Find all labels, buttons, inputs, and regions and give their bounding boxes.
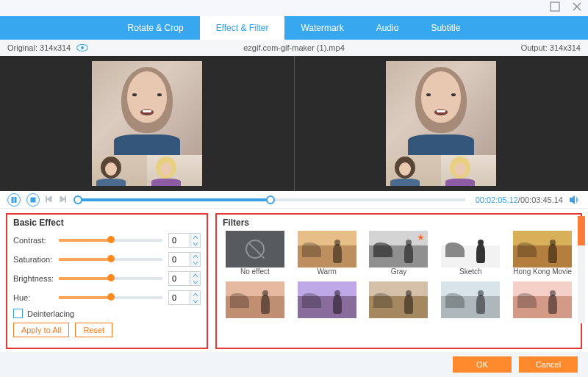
basic-spinner-0[interactable] xyxy=(168,233,201,248)
filter-item[interactable] xyxy=(367,281,431,326)
filter-item[interactable] xyxy=(438,281,503,326)
basic-label: Brightness: xyxy=(13,274,59,283)
svg-rect-3 xyxy=(12,197,13,203)
svg-rect-0 xyxy=(551,2,559,11)
volume-icon[interactable] xyxy=(569,195,581,205)
filter-label xyxy=(470,318,472,326)
minimize-icon[interactable] xyxy=(550,1,560,15)
tab-audio[interactable]: Audio xyxy=(360,16,415,40)
play-button[interactable] xyxy=(7,193,21,207)
basic-effect-title: Basic Effect xyxy=(13,218,201,228)
apply-to-all-button[interactable]: Apply to All xyxy=(13,323,69,337)
filter-label xyxy=(254,318,257,326)
filter-label: Sketch xyxy=(459,268,482,276)
filters-scrollbar[interactable] xyxy=(578,216,585,323)
svg-rect-4 xyxy=(15,197,16,203)
basic-spinner-1[interactable] xyxy=(168,252,201,267)
filters-title: Filters xyxy=(223,218,575,228)
close-icon[interactable] xyxy=(572,1,582,15)
filter-label: Gray xyxy=(391,268,407,276)
filter-label xyxy=(326,318,328,326)
filter-item[interactable]: ★Gray xyxy=(367,231,431,276)
timeline-slider[interactable] xyxy=(76,198,465,201)
svg-marker-10 xyxy=(570,195,575,204)
output-label: Output: 314x314 xyxy=(521,43,581,52)
filter-label: Hong Kong Movie xyxy=(513,268,572,276)
preview-output xyxy=(294,56,589,191)
filename-label: ezgif.com-gif-maker (1).mp4 xyxy=(243,43,345,52)
time-display: 00:02:05.12/00:03:45.14 xyxy=(476,195,563,204)
filter-item[interactable]: No effect xyxy=(223,231,287,276)
basic-slider-0[interactable] xyxy=(59,239,162,242)
filter-item[interactable] xyxy=(510,281,575,326)
prev-button[interactable] xyxy=(46,195,53,204)
basic-spinner-2[interactable] xyxy=(168,271,201,286)
no-effect-icon xyxy=(245,240,265,259)
basic-slider-2[interactable] xyxy=(59,277,162,280)
basic-slider-1[interactable] xyxy=(59,258,162,261)
basic-label: Saturation: xyxy=(13,255,59,264)
filter-item[interactable] xyxy=(223,281,287,326)
filter-item[interactable] xyxy=(295,281,359,326)
svg-marker-6 xyxy=(47,196,51,202)
original-label: Original: 314x314 xyxy=(7,43,71,52)
tab-bar: Rotate & Crop Effect & Filter Watermark … xyxy=(0,16,588,40)
stop-button[interactable] xyxy=(26,193,40,207)
eye-icon[interactable] xyxy=(76,44,88,51)
reset-button[interactable]: Reset xyxy=(75,323,112,337)
star-icon: ★ xyxy=(417,232,425,243)
filter-label xyxy=(542,318,544,326)
ok-button[interactable]: OK xyxy=(453,356,512,373)
svg-rect-5 xyxy=(31,198,35,202)
deinterlacing-checkbox[interactable]: Deinterlacing xyxy=(13,309,201,318)
filters-panel: Filters No effectWarm★GraySketchHong Kon… xyxy=(215,213,582,349)
tab-subtitle[interactable]: Subtitle xyxy=(415,16,476,40)
filter-item[interactable]: Warm xyxy=(295,231,359,276)
next-button[interactable] xyxy=(59,195,66,204)
svg-rect-7 xyxy=(46,196,47,202)
filter-label: No effect xyxy=(240,268,270,276)
basic-label: Contrast: xyxy=(13,236,59,245)
cancel-button[interactable]: Cancel xyxy=(519,356,578,373)
tab-effect-filter[interactable]: Effect & Filter xyxy=(200,16,285,40)
preview-original xyxy=(0,56,294,191)
tab-watermark[interactable]: Watermark xyxy=(284,16,359,40)
tab-rotate-crop[interactable]: Rotate & Crop xyxy=(112,16,200,40)
svg-rect-9 xyxy=(65,196,67,202)
basic-slider-3[interactable] xyxy=(59,296,162,299)
filter-item[interactable]: Sketch xyxy=(438,231,503,276)
basic-label: Hue: xyxy=(13,293,59,302)
basic-effect-panel: Basic Effect Contrast: Saturation: Brigh… xyxy=(6,213,208,349)
filter-label: Warm xyxy=(318,268,337,276)
filter-item[interactable]: Hong Kong Movie xyxy=(510,231,575,276)
svg-marker-8 xyxy=(60,196,65,202)
basic-spinner-3[interactable] xyxy=(168,290,201,305)
filter-label xyxy=(398,318,400,326)
